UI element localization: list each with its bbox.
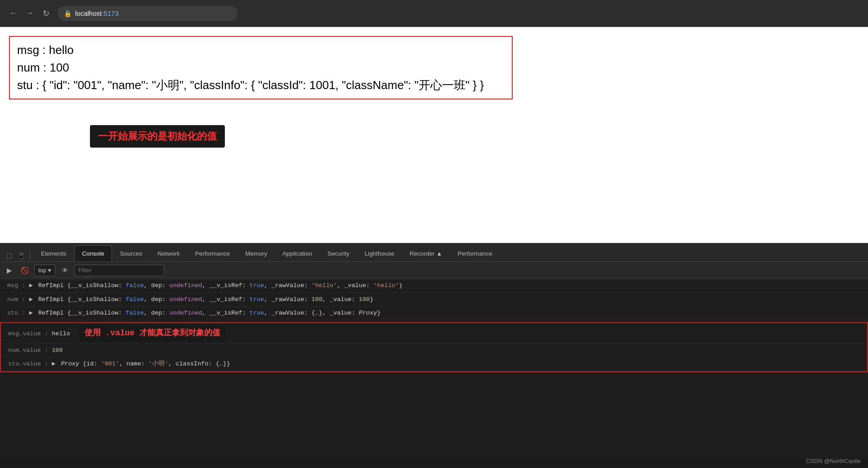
tab-console[interactable]: Console [74, 245, 112, 261]
tab-elements[interactable]: Elements [34, 245, 73, 261]
tab-lighthouse[interactable]: Lighthouse [358, 245, 402, 261]
watermark: CSDN @NorthCastle [806, 458, 861, 464]
devtools-toolbar: ▶ 🚫 top ▾ 👁 [0, 262, 868, 279]
page-content: msg : hello num : 100 stu : { "id": "001… [0, 27, 868, 243]
page-annotation-bubble: 一开始展示的是初始化的值 [90, 125, 225, 148]
console-line-num: num : ▶ RefImpl {__v_isShallow: false, d… [0, 293, 868, 307]
tab-network[interactable]: Network [150, 245, 187, 261]
browser-chrome: ← → ↻ 🔒 localhost:5173 [0, 0, 868, 27]
console-line-stu-value: stu.value : ▶ Proxy {id: '001', name: '小… [1, 357, 867, 371]
context-label: top [38, 267, 46, 274]
tab-recorder[interactable]: Recorder ▲ [403, 245, 450, 261]
devtools-panel: ⬚ 📱 Elements Console Sources Network Per… [0, 243, 868, 459]
tab-application[interactable]: Application [275, 245, 319, 261]
expand-stu-value-icon[interactable]: ▶ [52, 360, 55, 367]
eye-icon[interactable]: 👁 [59, 265, 71, 276]
lock-icon: 🔒 [64, 10, 72, 17]
console-line-stu: stu : ▶ RefImpl {__v_isShallow: false, d… [0, 306, 868, 320]
console-stu-key: stu [7, 308, 22, 318]
devtools-tab-bar: ⬚ 📱 Elements Console Sources Network Per… [0, 243, 868, 262]
device-toggle-icon[interactable]: 📱 [15, 250, 27, 261]
run-script-icon[interactable]: ▶ [4, 265, 15, 276]
reload-button[interactable]: ↻ [40, 7, 52, 20]
forward-button[interactable]: → [23, 7, 36, 20]
console-line-num-value: num.value : 100 [1, 344, 867, 358]
stu-line: stu : { "id": "001", "name": "小明", "clas… [17, 76, 505, 94]
expand-num-icon[interactable]: ▶ [29, 296, 33, 303]
url-text: localhost:5173 [75, 9, 119, 17]
context-selector[interactable]: top ▾ [34, 265, 55, 276]
back-button[interactable]: ← [7, 7, 20, 20]
console-msg-key: msg [7, 281, 22, 291]
console-output: msg : ▶ RefImpl {__v_isShallow: false, d… [0, 279, 868, 459]
filter-input[interactable] [74, 265, 164, 276]
console-line-msg-value: msg.value : hello 使用 .value 才能真正拿到对象的值 [1, 323, 867, 344]
tab-memory[interactable]: Memory [238, 245, 274, 261]
devtools-icon-bar: ⬚ 📱 [4, 250, 33, 261]
chevron-down-icon: ▾ [48, 267, 51, 274]
console-highlighted-section: msg.value : hello 使用 .value 才能真正拿到对象的值 n… [0, 322, 868, 372]
expand-stu-icon[interactable]: ▶ [29, 310, 33, 316]
tab-security[interactable]: Security [320, 245, 357, 261]
tab-performance[interactable]: Performance [188, 245, 237, 261]
page-text-area: msg : hello num : 100 stu : { "id": "001… [9, 36, 513, 99]
nav-buttons: ← → ↻ [7, 7, 52, 20]
address-bar[interactable]: 🔒 localhost:5173 [58, 6, 237, 21]
clear-console-icon[interactable]: 🚫 [19, 265, 31, 276]
console-annotation: 使用 .value 才能真正拿到对象的值 [79, 325, 226, 342]
expand-msg-icon[interactable]: ▶ [29, 282, 33, 289]
tab-sources[interactable]: Sources [113, 245, 150, 261]
num-line: num : 100 [17, 59, 505, 76]
msg-line: msg : hello [17, 41, 505, 59]
tab-performance-insights[interactable]: Performance [450, 245, 499, 261]
console-num-key: num [7, 295, 22, 305]
console-line-msg: msg : ▶ RefImpl {__v_isShallow: false, d… [0, 279, 868, 293]
inspect-element-icon[interactable]: ⬚ [4, 250, 15, 261]
